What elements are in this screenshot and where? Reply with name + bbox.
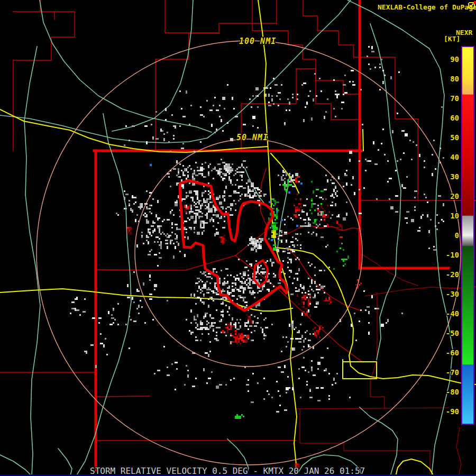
echo-cell [227, 287, 228, 289]
echo-cell [321, 206, 322, 208]
echo-cell [175, 203, 178, 206]
echo-cell [194, 232, 195, 233]
echo-cell [330, 217, 332, 219]
echo-cell [208, 182, 209, 184]
echo-cell [290, 178, 292, 181]
echo-cell [146, 141, 148, 144]
echo-cell [298, 368, 300, 370]
echo-cell [317, 330, 319, 332]
echo-cell [360, 282, 362, 284]
echo-cell [111, 314, 113, 316]
echo-cell [143, 282, 144, 286]
echo-cell [202, 232, 203, 235]
echo-cell [208, 298, 209, 300]
echo-cell [186, 211, 187, 213]
echo-cell [249, 278, 251, 279]
echo-cell [317, 213, 319, 216]
echo-cell [257, 268, 259, 270]
echo-cell [341, 225, 343, 228]
echo-cell [265, 94, 267, 95]
echo-cell [432, 154, 433, 155]
echo-cell [267, 260, 268, 262]
echo-cell [179, 251, 181, 252]
echo-cell [243, 273, 244, 276]
echo-cell [230, 203, 233, 206]
echo-cell [190, 217, 194, 219]
echo-cell [240, 287, 241, 289]
echo-cell [211, 371, 213, 373]
echo-cell [197, 213, 198, 216]
echo-cell [294, 278, 295, 279]
echo-cell [175, 238, 178, 240]
echo-cell [243, 416, 244, 417]
echo-cell [195, 327, 197, 328]
echo-cell [209, 221, 211, 222]
echo-cell [235, 284, 236, 286]
echo-cell [202, 281, 203, 282]
echo-cell [113, 308, 114, 309]
echo-cell [286, 240, 287, 241]
echo-cell [297, 98, 298, 100]
echo-cell [189, 330, 190, 332]
echo-cell [322, 208, 324, 209]
echo-cell [436, 214, 438, 216]
echo-cell [276, 213, 278, 214]
echo-cell [292, 97, 294, 98]
echo-cell [303, 205, 306, 206]
echo-cell [251, 321, 252, 324]
echo-cell [257, 322, 259, 324]
echo-cell [167, 374, 170, 376]
echo-cell [236, 274, 238, 276]
echo-cell [117, 324, 119, 325]
echo-cell [187, 208, 189, 209]
echo-cell [238, 186, 240, 189]
echo-cell [203, 224, 205, 227]
echo-cell [200, 168, 203, 171]
echo-cell [138, 313, 140, 314]
echo-cell [252, 290, 254, 294]
echo-cell [316, 195, 317, 197]
echo-cell [228, 314, 230, 316]
echo-cell [289, 109, 290, 111]
echo-cell [197, 175, 198, 176]
echo-cell [227, 311, 228, 313]
echo-cell [281, 230, 282, 233]
echo-cell [354, 192, 355, 195]
echo-cell [319, 270, 322, 271]
echo-cell [246, 279, 248, 281]
echo-cell [365, 159, 367, 160]
echo-cell-blue [300, 182, 303, 185]
echo-cell [133, 321, 136, 322]
echo-cell [103, 344, 105, 347]
echo-cell [157, 370, 160, 371]
echo-cell [236, 179, 238, 181]
echo-cell [181, 184, 184, 187]
echo-cell [167, 300, 168, 301]
echo-cell [214, 292, 217, 294]
echo-cell [154, 289, 155, 290]
echo-cell [195, 282, 197, 284]
echo-cell [225, 186, 227, 189]
echo-cell [216, 232, 219, 235]
echo-cell [214, 132, 216, 133]
echo-cell [238, 171, 240, 173]
echo-cell [443, 157, 444, 159]
echo-cell [317, 362, 321, 365]
echo-cell [222, 179, 224, 181]
echo-cell [129, 140, 130, 141]
echo-cell [149, 298, 152, 300]
echo-cell [148, 254, 151, 255]
echo-cell [151, 235, 152, 236]
echo-cell [344, 173, 346, 175]
echo-cell [240, 336, 243, 340]
echo-cell-blue [271, 239, 273, 241]
echo-cell [271, 265, 273, 267]
echo-cell [355, 284, 357, 286]
echo-cell [244, 267, 248, 268]
echo-cell [305, 308, 308, 309]
echo-cell [203, 222, 205, 224]
echo-cell [186, 228, 187, 230]
echo-cell [328, 398, 330, 400]
echo-cell [311, 203, 313, 206]
echo-cell [341, 108, 343, 109]
